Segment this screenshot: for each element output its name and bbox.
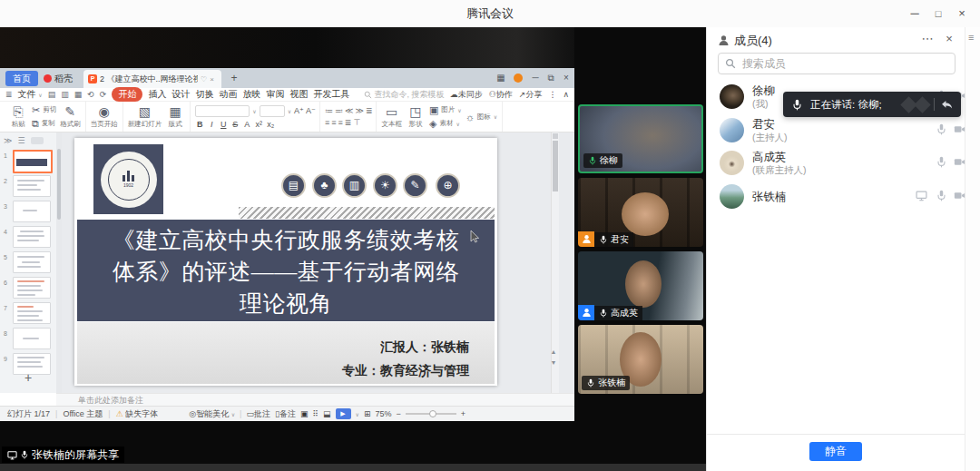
shapes-button[interactable]: ◳形状 xyxy=(406,105,426,129)
ribbon-tab-slideshow[interactable]: 放映 xyxy=(242,88,260,101)
redo-icon[interactable]: ⟳ xyxy=(100,90,107,99)
zoom-slider[interactable] xyxy=(406,413,456,415)
ribbon-tab-view[interactable]: 视图 xyxy=(289,88,308,101)
ribbon-tab-animation[interactable]: 动画 xyxy=(219,88,237,101)
camera-icon[interactable] xyxy=(954,156,965,168)
align-left-icon[interactable]: ≡ xyxy=(325,118,328,127)
note-button[interactable]: ▯备注 xyxy=(275,408,296,420)
text-direction-icon[interactable]: ⊤ xyxy=(353,118,359,127)
menu-icon[interactable]: ≣ xyxy=(5,90,13,99)
collapse-panel-icon[interactable]: ≫ xyxy=(4,136,12,145)
zoom-in-icon[interactable]: + xyxy=(461,409,466,418)
collapse-ribbon-icon[interactable]: ∧ xyxy=(563,90,569,99)
wps-minimize-icon[interactable]: ─ xyxy=(528,72,543,84)
subscript-button[interactable]: x₂ xyxy=(266,120,275,129)
tab-close-icon[interactable]: × xyxy=(210,75,214,83)
member-search[interactable] xyxy=(718,53,956,74)
picture-button[interactable]: ▣图片∨ xyxy=(429,104,462,115)
ribbon-tab-transition[interactable]: 切换 xyxy=(195,88,213,101)
minimize-icon[interactable]: ─ xyxy=(902,0,927,27)
slideshow-play-button[interactable]: ▶ xyxy=(336,408,351,419)
export-icon[interactable]: ▥ xyxy=(61,90,69,99)
missing-fonts[interactable]: ⚠ 缺失字体 xyxy=(116,408,159,420)
share-button[interactable]: ↗分享 xyxy=(519,89,543,101)
cut-button[interactable]: ✂剪切 xyxy=(32,104,56,115)
play-from-current-button[interactable]: ◉当页开始 xyxy=(91,105,118,129)
close-icon[interactable]: × xyxy=(949,0,975,27)
undo-icon[interactable]: ⟲ xyxy=(87,90,94,99)
font-size-select[interactable] xyxy=(260,105,285,117)
panel-mode-toggle[interactable] xyxy=(31,137,44,144)
more-icon[interactable]: ⋮ xyxy=(548,90,556,99)
command-search[interactable]: 查找命令, 搜索模板 xyxy=(364,89,444,101)
align-center-icon[interactable]: ≡ xyxy=(331,118,335,127)
slide-thumb-4[interactable]: 4 xyxy=(0,225,56,249)
video-tile-junan[interactable]: 君安 xyxy=(578,178,703,247)
indent-icon[interactable]: ≫ xyxy=(355,106,362,115)
mic-icon[interactable] xyxy=(936,123,947,135)
reply-arrow-icon[interactable] xyxy=(941,99,953,111)
layout-switch-icon[interactable]: ▦ xyxy=(494,72,508,84)
slide-thumb-6[interactable]: 6 xyxy=(0,276,56,299)
member-row-gaochengying[interactable]: 高成英 (联席主持人) xyxy=(707,148,965,179)
icon-lib-button[interactable]: ☼图标∨ xyxy=(466,112,498,123)
strikethrough-button[interactable]: S xyxy=(230,120,240,129)
new-slide-button[interactable]: ▧新建幻灯片 xyxy=(128,105,162,129)
font-color-button[interactable]: A xyxy=(242,120,251,129)
maximize-icon[interactable]: □ xyxy=(926,0,951,27)
reading-view-icon[interactable]: ⬓ xyxy=(323,409,331,418)
add-slide-button[interactable]: + xyxy=(0,370,56,385)
print-icon[interactable]: ▦ xyxy=(74,90,83,99)
search-input[interactable] xyxy=(718,53,956,74)
text-box-button[interactable]: ▭文本框 xyxy=(381,105,402,129)
bullet-list-icon[interactable]: ≔ xyxy=(325,106,332,115)
justify-icon[interactable]: ≣ xyxy=(345,118,351,127)
wps-account-avatar[interactable] xyxy=(514,74,523,83)
sorter-view-icon[interactable]: ⠿ xyxy=(312,409,318,418)
sync-status[interactable]: ☁未同步 xyxy=(450,89,483,101)
wps-home-tab[interactable]: 首页 xyxy=(5,71,38,86)
more-options-icon[interactable]: ⋯ xyxy=(919,32,936,45)
wps-document-tab[interactable]: P 2 《建立高校中..网络理论视角 ♡ × xyxy=(83,70,221,88)
slide-thumb-8[interactable]: 8 xyxy=(0,327,56,350)
outdent-icon[interactable]: ≪ xyxy=(345,106,352,115)
wps-docer-tab[interactable]: 稻壳 xyxy=(44,71,73,86)
video-tile-xuliu[interactable]: 徐柳 xyxy=(578,104,703,173)
file-menu[interactable]: 文件 ∨ xyxy=(18,88,43,101)
zoom-slider-knob[interactable] xyxy=(429,410,436,417)
save-icon[interactable]: ▤ xyxy=(48,90,56,99)
slide-thumb-7[interactable]: 7 xyxy=(0,301,56,325)
ribbon-tab-design[interactable]: 设计 xyxy=(172,88,190,101)
prev-slide-icon[interactable]: ▲ xyxy=(548,348,559,355)
mic-icon[interactable] xyxy=(936,190,947,201)
member-row-junan[interactable]: 君安 (主持人) xyxy=(707,115,965,146)
notes-strip[interactable]: 单击此处添加备注 xyxy=(56,393,574,407)
beautify-button[interactable]: ◎智能美化 ∨ xyxy=(189,408,235,420)
close-panel-icon[interactable]: × xyxy=(941,32,957,45)
font-name-select[interactable] xyxy=(195,105,250,117)
slide-thumb-2[interactable]: 2 xyxy=(0,174,56,198)
line-spacing-icon[interactable]: ≣ xyxy=(366,106,372,115)
italic-button[interactable]: I xyxy=(207,120,216,129)
comment-button[interactable]: ▭批注 xyxy=(246,408,270,420)
outline-view-icon[interactable]: ☰ xyxy=(17,136,24,145)
panel-scroll-thumb[interactable] xyxy=(57,149,61,220)
increase-font-icon[interactable]: A⁺ xyxy=(294,106,303,115)
video-tile-gaochengying[interactable]: 高成英 xyxy=(578,251,703,320)
ribbon-tab-devtools[interactable]: 开发工具 xyxy=(313,88,349,101)
layout-button[interactable]: ▦版式 xyxy=(165,105,185,129)
number-list-icon[interactable]: ≕ xyxy=(335,106,342,115)
mute-button[interactable]: 静音 xyxy=(809,442,862,461)
bold-button[interactable]: B xyxy=(195,120,204,129)
ribbon-tab-home[interactable]: 开始 xyxy=(112,87,142,102)
fit-window-icon[interactable]: ⊞ xyxy=(364,409,371,418)
wps-close-icon[interactable]: × xyxy=(559,72,573,84)
next-slide-icon[interactable]: ▼ xyxy=(548,359,559,366)
slide-canvas[interactable]: 1902 ▤ ♣ ▥ ☀ ✎ ⊕ 《建立高校中央行政服务绩效考核 体系》的评述—… xyxy=(74,138,497,386)
paste-button[interactable]: ⎘粘贴 xyxy=(8,105,28,129)
ribbon-tab-insert[interactable]: 插入 xyxy=(148,88,166,101)
superscript-button[interactable]: x² xyxy=(254,120,263,129)
collab-button[interactable]: ⚇协作 xyxy=(489,89,513,101)
camera-icon[interactable] xyxy=(954,190,965,201)
ribbon-tab-review[interactable]: 审阅 xyxy=(266,88,284,101)
